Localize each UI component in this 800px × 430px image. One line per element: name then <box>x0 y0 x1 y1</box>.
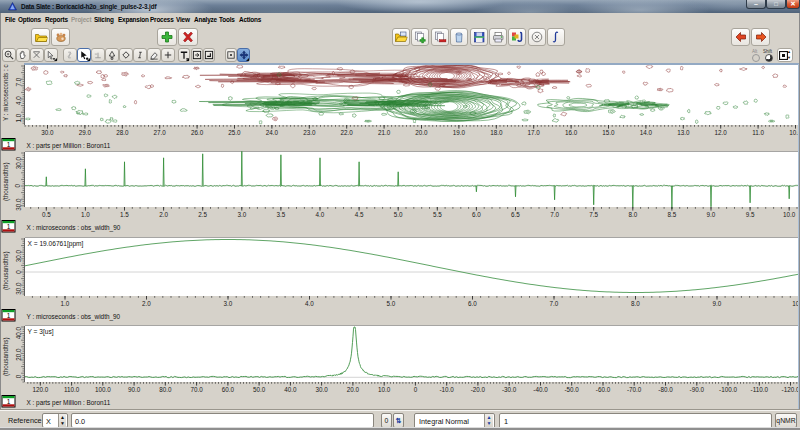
svg-text:26.0: 26.0 <box>191 129 204 136</box>
svg-text:25.0: 25.0 <box>228 129 241 136</box>
svg-text:3.0: 3.0 <box>224 300 233 307</box>
svg-text:10.0: 10.0 <box>783 211 796 218</box>
svg-text:-70.0: -70.0 <box>627 386 642 393</box>
svg-text:2.5: 2.5 <box>198 211 207 218</box>
svg-text:(thousandths): (thousandths) <box>2 162 10 201</box>
svg-text:X = 19.06761[ppm]: X = 19.06761[ppm] <box>28 240 84 248</box>
svg-text:6.0: 6.0 <box>468 300 477 307</box>
svg-text:30.0: 30.0 <box>315 386 328 393</box>
svg-text:20.0: 20.0 <box>15 348 22 361</box>
svg-text:20.0: 20.0 <box>347 386 360 393</box>
svg-text:70.0: 70.0 <box>190 386 203 393</box>
svg-text:29.0: 29.0 <box>79 129 92 136</box>
svg-text:18.0: 18.0 <box>490 129 503 136</box>
svg-text:6.0: 6.0 <box>472 211 481 218</box>
svg-text:X : microseconds : obs_width_9: X : microseconds : obs_width_90 <box>27 224 121 232</box>
svg-text:14.0: 14.0 <box>640 129 653 136</box>
svg-text:1.5: 1.5 <box>120 211 129 218</box>
svg-text:4.5: 4.5 <box>355 211 364 218</box>
svg-text:80.0: 80.0 <box>159 386 172 393</box>
svg-text:30.0: 30.0 <box>15 282 22 295</box>
svg-text:-20.0: -20.0 <box>471 386 486 393</box>
svg-text:13.0: 13.0 <box>677 129 690 136</box>
svg-text:9.0: 9.0 <box>713 300 722 307</box>
svg-text:19.0: 19.0 <box>453 129 466 136</box>
svg-text:1.0: 1.0 <box>81 211 90 218</box>
svg-text:30.0: 30.0 <box>15 156 22 169</box>
svg-text:6.5: 6.5 <box>511 211 520 218</box>
svg-text:7.5: 7.5 <box>589 211 598 218</box>
svg-text:8.0: 8.0 <box>628 211 637 218</box>
svg-text:5.0: 5.0 <box>387 300 396 307</box>
svg-text:8.5: 8.5 <box>668 211 677 218</box>
svg-text:9.0: 9.0 <box>707 211 716 218</box>
svg-text:7.0: 7.0 <box>15 77 22 86</box>
svg-text:21.0: 21.0 <box>378 129 391 136</box>
svg-text:5.0: 5.0 <box>394 211 403 218</box>
svg-text:4.0: 4.0 <box>316 211 325 218</box>
svg-text:7.0: 7.0 <box>550 211 559 218</box>
svg-text:20.0: 20.0 <box>415 129 428 136</box>
svg-text:0: 0 <box>15 374 22 378</box>
svg-text:27.0: 27.0 <box>154 129 167 136</box>
svg-text:2.0: 2.0 <box>142 300 151 307</box>
svg-text:-60.0: -60.0 <box>596 386 611 393</box>
svg-text:7.0: 7.0 <box>550 300 559 307</box>
svg-text:110.0: 110.0 <box>64 386 80 393</box>
svg-text:-100.0: -100.0 <box>719 386 737 393</box>
svg-text:X : parts per Million : Boron1: X : parts per Million : Boron11 <box>27 399 111 407</box>
svg-text:-110.0: -110.0 <box>751 386 769 393</box>
svg-text:-50.0: -50.0 <box>565 386 580 393</box>
svg-text:3.5: 3.5 <box>277 211 286 218</box>
svg-text:40.0: 40.0 <box>284 386 297 393</box>
svg-text:1: 1 <box>7 141 11 148</box>
svg-text:2.0: 2.0 <box>159 211 168 218</box>
svg-text:30.0: 30.0 <box>15 198 22 211</box>
svg-text:0: 0 <box>15 184 22 188</box>
svg-text:-30.0: -30.0 <box>502 386 517 393</box>
svg-text:15.0: 15.0 <box>602 129 615 136</box>
svg-text:-90.0: -90.0 <box>690 386 705 393</box>
svg-text:50.0: 50.0 <box>253 386 266 393</box>
svg-text:0: 0 <box>414 386 418 393</box>
svg-text:5.5: 5.5 <box>433 211 442 218</box>
svg-text:(thousandths): (thousandths) <box>2 251 10 290</box>
svg-text:40.0: 40.0 <box>15 326 22 339</box>
svg-text:100.0: 100.0 <box>95 386 111 393</box>
svg-text:0: 0 <box>15 270 22 274</box>
svg-text:3.0: 3.0 <box>237 211 246 218</box>
svg-text:(thousandths): (thousandths) <box>2 337 10 376</box>
svg-text:1: 1 <box>7 398 11 405</box>
svg-text:1: 1 <box>7 223 11 230</box>
svg-text:0.5: 0.5 <box>42 211 51 218</box>
svg-text:90.0: 90.0 <box>128 386 141 393</box>
svg-text:1.0: 1.0 <box>15 113 22 122</box>
svg-text:Y = 3[us]: Y = 3[us] <box>28 328 54 336</box>
svg-text:9.5: 9.5 <box>746 211 755 218</box>
svg-text:11.0: 11.0 <box>752 129 764 136</box>
svg-text:60.0: 60.0 <box>222 386 235 393</box>
svg-text:120.0: 120.0 <box>32 386 48 393</box>
svg-text:24.0: 24.0 <box>266 129 279 136</box>
svg-text:16.0: 16.0 <box>565 129 578 136</box>
svg-text:10.0: 10.0 <box>378 386 391 393</box>
svg-text:8.0: 8.0 <box>631 300 640 307</box>
svg-text:4.0: 4.0 <box>15 96 22 105</box>
svg-text:23.0: 23.0 <box>303 129 316 136</box>
svg-text:30.0: 30.0 <box>15 249 22 262</box>
svg-text:-10.0: -10.0 <box>440 386 455 393</box>
svg-text:30.0: 30.0 <box>41 129 54 136</box>
svg-text:12.0: 12.0 <box>715 129 728 136</box>
svg-text:1: 1 <box>7 312 11 319</box>
svg-text:28.0: 28.0 <box>116 129 129 136</box>
svg-text:1.0: 1.0 <box>61 300 70 307</box>
svg-text:17.0: 17.0 <box>528 129 541 136</box>
svg-text:X : parts per Million : Boron1: X : parts per Million : Boron11 <box>27 142 111 150</box>
svg-text:Y : microseconds : obs_width_9: Y : microseconds : obs_width_90 <box>27 313 121 321</box>
svg-text:-80.0: -80.0 <box>658 386 673 393</box>
svg-text:4.0: 4.0 <box>305 300 314 307</box>
svg-text:Y : microseconds : c: Y : microseconds : c <box>2 64 9 121</box>
svg-text:-40.0: -40.0 <box>533 386 548 393</box>
svg-text:22.0: 22.0 <box>341 129 354 136</box>
